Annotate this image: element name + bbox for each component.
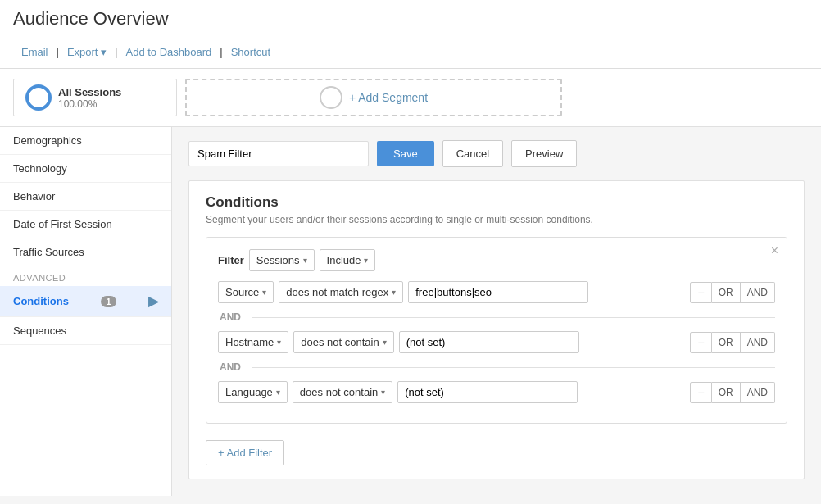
filter-block-header: Filter Sessions ▾ Include ▾	[218, 249, 775, 271]
minus-button-0[interactable]: −	[690, 282, 711, 303]
sidebar-item-date-of-first-session[interactable]: Date of First Session	[0, 211, 171, 238]
add-segment-label: + Add Segment	[349, 91, 428, 104]
sidebar-item-conditions[interactable]: Conditions 1 ▶	[0, 286, 171, 317]
and-button-1[interactable]: AND	[741, 332, 775, 353]
add-segment-circle	[320, 86, 342, 109]
filter-block: × Filter Sessions ▾ Include ▾ Source	[206, 237, 787, 424]
or-button-2[interactable]: OR	[712, 382, 741, 403]
value-input-0[interactable]	[408, 281, 588, 303]
field-dropdown-arrow-1: ▾	[277, 338, 281, 347]
field-dropdown-arrow-2: ▾	[276, 388, 280, 397]
condition-row-2: Language ▾ does not contain ▾ − OR AND	[218, 381, 775, 403]
or-and-group-2: − OR AND	[690, 382, 775, 403]
operator-dropdown-arrow-1: ▾	[383, 338, 387, 347]
field-dropdown-0[interactable]: Source ▾	[218, 281, 274, 303]
segment-info: All Sessions 100.00%	[58, 86, 121, 110]
and-connector-2: AND	[218, 361, 775, 373]
sidebar: Demographics Technology Behavior Date of…	[0, 127, 172, 496]
sidebar-item-demographics[interactable]: Demographics	[0, 127, 171, 155]
segment-name-input[interactable]	[188, 141, 369, 166]
operator-dropdown-0[interactable]: does not match regex ▾	[279, 281, 403, 303]
export-button[interactable]: Export ▾	[59, 43, 115, 61]
sessions-dropdown-arrow: ▾	[303, 256, 307, 265]
operator-dropdown-1[interactable]: does not contain ▾	[293, 331, 393, 353]
or-button-1[interactable]: OR	[712, 332, 741, 353]
add-filter-button[interactable]: + Add Filter	[206, 440, 284, 465]
conditions-panel: Conditions Segment your users and/or the…	[188, 180, 805, 479]
toolbar: Email | Export ▾ | Add to Dashboard | Sh…	[13, 36, 808, 68]
field-dropdown-2[interactable]: Language ▾	[218, 381, 288, 403]
condition-row-1: Hostname ▾ does not contain ▾ − OR AND	[218, 331, 775, 353]
or-and-group-0: − OR AND	[690, 282, 775, 303]
sessions-dropdown[interactable]: Sessions ▾	[249, 249, 315, 271]
field-dropdown-1[interactable]: Hostname ▾	[218, 331, 288, 353]
operator-dropdown-2[interactable]: does not contain ▾	[293, 381, 392, 403]
all-sessions-segment[interactable]: All Sessions 100.00%	[13, 79, 177, 116]
shortcut-button[interactable]: Shortcut	[223, 43, 279, 61]
segment-pct: 100.00%	[58, 98, 121, 110]
operator-dropdown-arrow-2: ▾	[381, 388, 385, 397]
add-to-dashboard-button[interactable]: Add to Dashboard	[118, 43, 220, 61]
minus-button-2[interactable]: −	[690, 382, 711, 403]
conditions-badge: 1	[101, 296, 116, 307]
include-dropdown-arrow: ▾	[364, 256, 368, 265]
and-button-2[interactable]: AND	[741, 382, 775, 403]
add-segment-button[interactable]: + Add Segment	[185, 79, 562, 116]
value-input-1[interactable]	[399, 331, 579, 353]
segment-label: All Sessions	[58, 86, 121, 98]
field-dropdown-arrow-0: ▾	[262, 288, 266, 297]
filter-label: Filter	[218, 254, 244, 266]
include-dropdown[interactable]: Include ▾	[320, 249, 376, 271]
filter-bar: Save Cancel Preview	[188, 140, 805, 167]
condition-row-0: Source ▾ does not match regex ▾ − OR AND	[218, 281, 775, 303]
sidebar-item-traffic-sources[interactable]: Traffic Sources	[0, 238, 171, 266]
value-input-2[interactable]	[397, 381, 578, 403]
and-button-0[interactable]: AND	[741, 282, 775, 303]
or-and-group-1: − OR AND	[690, 332, 775, 353]
conditions-title: Conditions	[206, 194, 787, 211]
content-area: Save Cancel Preview Conditions Segment y…	[172, 127, 821, 496]
operator-dropdown-arrow-0: ▾	[392, 288, 396, 297]
sidebar-item-technology[interactable]: Technology	[0, 155, 171, 183]
page-header: Audience Overview Email | Export ▾ | Add…	[0, 0, 821, 69]
email-button[interactable]: Email	[13, 43, 57, 61]
sidebar-item-sequences[interactable]: Sequences	[0, 317, 171, 345]
preview-button[interactable]: Preview	[511, 140, 577, 167]
filter-block-close-button[interactable]: ×	[771, 244, 778, 257]
advanced-section-label: Advanced	[0, 266, 171, 286]
or-button-0[interactable]: OR	[712, 282, 741, 303]
segment-circle	[25, 84, 52, 111]
page-title: Audience Overview	[13, 8, 808, 36]
minus-button-1[interactable]: −	[690, 332, 711, 353]
save-button[interactable]: Save	[377, 141, 434, 166]
segments-bar: All Sessions 100.00% + Add Segment	[0, 69, 821, 127]
cancel-button[interactable]: Cancel	[442, 140, 503, 167]
main-container: Demographics Technology Behavior Date of…	[0, 127, 821, 496]
conditions-arrow-icon: ▶	[148, 293, 158, 309]
conditions-description: Segment your users and/or their sessions…	[206, 214, 787, 225]
and-connector-1: AND	[218, 311, 775, 323]
sidebar-item-behavior[interactable]: Behavior	[0, 183, 171, 211]
export-dropdown-arrow: ▾	[101, 46, 107, 58]
